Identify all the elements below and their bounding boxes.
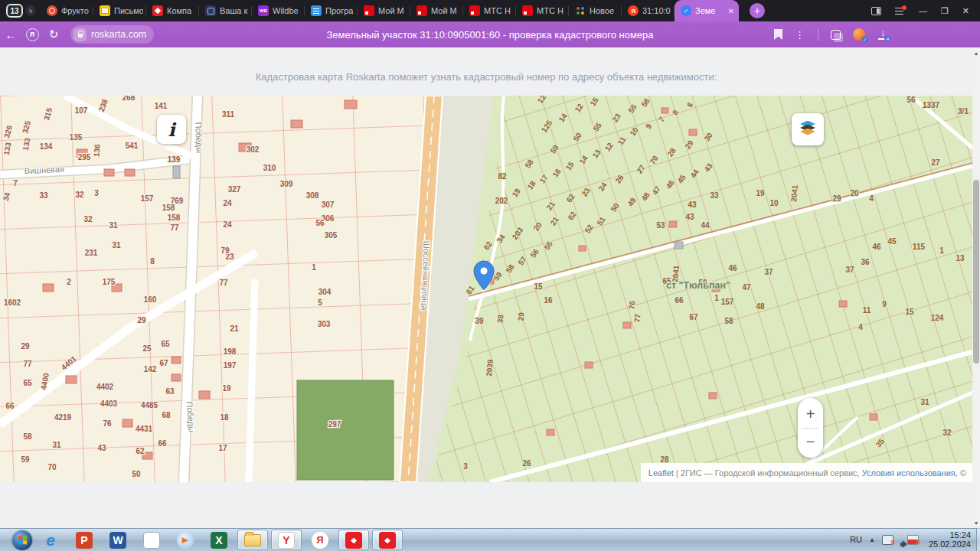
notifications-icon[interactable] — [895, 7, 905, 15]
browser-tab[interactable]: МТС Н — [463, 0, 516, 21]
info-button[interactable]: i — [157, 115, 186, 144]
lock-icon[interactable] — [74, 28, 87, 41]
divider — [818, 28, 818, 41]
tab-close-icon[interactable]: ✕ — [727, 7, 736, 15]
yandex-browser-taskbar-button[interactable]: Y — [271, 530, 302, 550]
parcel-number: 158 — [168, 214, 181, 222]
parcel-number: 46 — [872, 243, 881, 251]
parcel-number: 82 — [498, 172, 507, 181]
browser-tab[interactable]: ✓Земе✕ — [675, 0, 739, 21]
extension-pages-icon[interactable] — [831, 30, 841, 40]
clock[interactable]: 15:24 25.02.2024 — [929, 530, 977, 549]
device-error-icon[interactable]: ✕ — [882, 535, 893, 545]
minimize-button[interactable]: — — [919, 6, 927, 15]
leaflet-link[interactable]: Leaflet — [648, 468, 674, 478]
browser-tab[interactable]: Ваша к — [199, 0, 252, 21]
card-favicon-icon — [205, 5, 216, 16]
action-center-flag-icon[interactable]: ✕ — [907, 535, 919, 545]
url-field[interactable]: roskarta.com — [70, 25, 154, 44]
parcel-number: 7 — [13, 179, 18, 187]
new-tab-button[interactable]: + — [750, 3, 765, 18]
powerpoint-taskbar-button[interactable]: P — [69, 530, 100, 550]
browser-tab[interactable]: Компа — [146, 0, 199, 21]
parcel-number: 303 — [318, 320, 331, 328]
parcel-number: 135 — [70, 133, 83, 142]
browser-tab[interactable]: Фрукто — [41, 0, 93, 21]
internet-explorer-taskbar-button[interactable]: e — [35, 530, 66, 550]
parcel-number: 32 — [942, 429, 952, 437]
parcel-number: 68 — [162, 411, 171, 419]
cadastral-map[interactable]: 3263253151072382681413113023103093083073… — [0, 96, 972, 482]
terms-link[interactable]: Условия использования — [862, 468, 956, 478]
parcel-number: 37 — [764, 268, 773, 276]
bookmark-icon[interactable] — [774, 29, 782, 40]
yandex-browser-icon: Y — [278, 532, 295, 549]
taskbar-icons: ePW▶XYЯ◆◆ — [8, 529, 403, 551]
photo-viewer-taskbar-button[interactable] — [136, 530, 167, 550]
excel-taskbar-button[interactable]: X — [204, 530, 234, 550]
close-button[interactable]: ✕ — [962, 6, 969, 16]
tab-counter-button[interactable]: 13 ∨ — [6, 4, 36, 18]
browser-tab[interactable]: Новое — [569, 0, 622, 21]
explorer-taskbar-button[interactable] — [237, 530, 268, 550]
menu-dots-icon[interactable]: ⋮ — [795, 29, 805, 41]
parcel-number: 58 — [23, 432, 32, 441]
browser-tab[interactable]: Програ — [305, 0, 358, 21]
parcel-number: 43 — [685, 213, 694, 221]
browser-tab[interactable]: Мой М — [410, 0, 463, 21]
powerpoint-icon: P — [76, 532, 93, 549]
refresh-button[interactable]: ↻ — [43, 28, 64, 41]
language-indicator[interactable]: RU — [850, 535, 862, 544]
browser-tab[interactable]: Мой М — [358, 0, 410, 21]
map-canvas[interactable]: 3263253151072382681413113023103093083073… — [0, 96, 972, 482]
parcel-number: 310 — [263, 164, 276, 172]
start-button[interactable] — [12, 530, 32, 550]
layers-button[interactable] — [792, 113, 824, 145]
list-favicon-icon — [311, 5, 322, 16]
restore-button[interactable]: ❐ — [941, 6, 949, 16]
media-player-taskbar-button[interactable]: ▶ — [170, 530, 201, 550]
word-taskbar-button[interactable]: W — [103, 530, 133, 550]
parcel-number: 4 — [869, 194, 874, 203]
tray-date: 25.02.2024 — [929, 540, 971, 549]
browser-tab[interactable]: МТС Н — [516, 0, 569, 21]
downloads-button[interactable]: ↓ 4 — [877, 29, 888, 40]
zoom-control: + − — [798, 398, 823, 458]
scroll-up-arrow[interactable]: ▲ — [972, 47, 980, 58]
scrollbar-thumb[interactable] — [973, 180, 979, 364]
browser-tab[interactable]: WBWildbe — [252, 0, 305, 21]
yandex-home-button[interactable]: Я — [21, 28, 43, 41]
chevron-down-icon: ∨ — [25, 5, 36, 16]
parcel-number: 25 — [142, 344, 152, 353]
parcel-number: 142 — [144, 365, 157, 373]
parcel-number: 115 — [913, 243, 926, 251]
parcel-number: 2039 — [485, 359, 495, 377]
mts-favicon-icon — [469, 5, 480, 16]
kompas-taskbar-button[interactable]: ◆ — [372, 530, 403, 550]
kompas-taskbar-button[interactable]: ◆ — [338, 530, 369, 550]
parcel-number: 77 — [633, 313, 642, 322]
parcel-number: 58 — [724, 317, 733, 325]
yandex-app-taskbar-button[interactable]: Я — [305, 530, 335, 550]
mts-favicon-icon — [364, 5, 374, 16]
zoom-out-button[interactable]: − — [798, 429, 823, 455]
extension-icon[interactable]: ✓ — [853, 28, 865, 41]
parcel-number: 2041 — [789, 184, 799, 203]
side-panel-icon[interactable] — [871, 7, 881, 15]
parcel-number: 3 — [463, 462, 468, 471]
page-scrollbar[interactable]: ▲ ▼ — [972, 47, 980, 528]
back-button[interactable]: ← — [0, 28, 21, 41]
browser-tab[interactable]: Я31:10:0 — [622, 0, 675, 21]
parcel-number: 56 — [906, 96, 916, 104]
web-page: Кадастровая карта Roskarta поможет узнат… — [0, 47, 972, 528]
parcel-number: 1 — [714, 294, 719, 302]
tray-chevron-icon[interactable]: ▲ — [869, 536, 875, 543]
scroll-down-arrow[interactable]: ▼ — [972, 517, 980, 528]
parcel-number: 47 — [742, 283, 751, 292]
browser-tab[interactable]: Письмо — [93, 0, 146, 21]
zoom-in-button[interactable]: + — [798, 401, 823, 427]
show-desktop-button[interactable] — [976, 528, 980, 551]
tray-time: 15:24 — [929, 530, 971, 540]
kompas-favicon-icon — [152, 5, 163, 16]
parcel-number: 1337 — [923, 101, 940, 109]
